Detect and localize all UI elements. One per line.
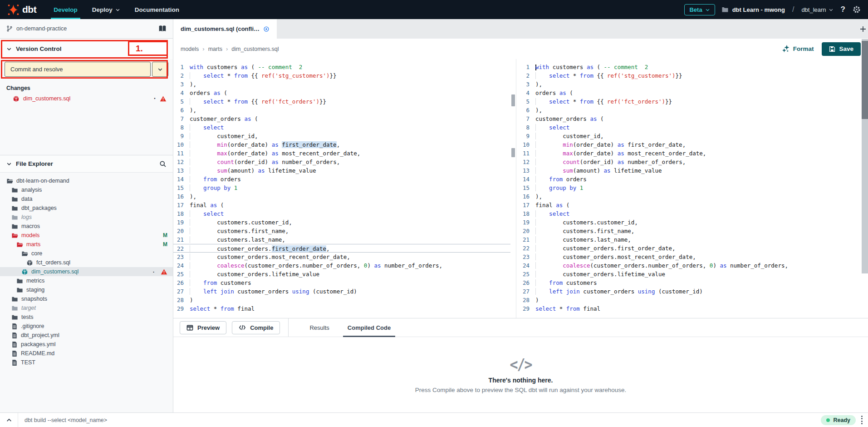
code-line-11[interactable]: 11 max(order_date) as most_recent_order_…	[519, 149, 856, 158]
tree-item-dbt_packages[interactable]: dbt_packages	[0, 204, 173, 213]
tree-item-marts[interactable]: martsM	[0, 240, 173, 249]
tree-item-dim_customers.sql[interactable]: dim_customers.sql·	[0, 267, 173, 276]
code-line-27[interactable]: 27 left join customer_orders using (cust…	[519, 287, 856, 296]
code-line-3[interactable]: 3),	[519, 80, 856, 89]
branch-row[interactable]: on-demand-practice	[0, 19, 173, 39]
breadcrumb-marts[interactable]: marts	[208, 46, 222, 52]
tree-item-dbt_project.yml[interactable]: dbt_project.yml	[0, 331, 173, 340]
environment-selector[interactable]: dbt_learn	[801, 6, 833, 13]
code-line-8[interactable]: 8 select	[519, 123, 856, 132]
code-line-25[interactable]: 25 customer_orders.lifetime_value	[519, 270, 856, 278]
code-line-1[interactable]: 1with customers as ( -- comment 2	[519, 63, 856, 71]
window-scrollbar[interactable]	[862, 39, 868, 273]
code-line-12[interactable]: 12 count(order_id) as number_of_orders,	[173, 158, 510, 166]
tree-item-fct_orders.sql[interactable]: fct_orders.sql	[0, 258, 173, 267]
tab-results[interactable]: Results	[302, 318, 336, 337]
gear-icon[interactable]	[853, 5, 861, 14]
code-line-5[interactable]: 5 select * from {{ ref('fct_orders')}}	[519, 97, 856, 106]
beta-button[interactable]: Beta	[684, 4, 715, 15]
tree-item-tests[interactable]: tests	[0, 313, 173, 322]
code-line-23[interactable]: 23 customer_orders.most_recent_order_dat…	[519, 253, 856, 261]
code-line-7[interactable]: 7customer_orders as (	[173, 114, 510, 123]
code-line-26[interactable]: 26 from customers	[173, 278, 510, 287]
code-line-14[interactable]: 14 from orders	[519, 175, 856, 184]
breadcrumb-models[interactable]: models	[181, 46, 199, 52]
code-line-4[interactable]: 4orders as (	[519, 89, 856, 97]
code-line-12[interactable]: 12 count(order_id) as number_of_orders,	[519, 158, 856, 166]
dbt-logo[interactable]: dbt	[0, 0, 46, 19]
code-line-3[interactable]: 3),	[173, 80, 510, 89]
code-line-24[interactable]: 24 coalesce(customer_orders.number_of_or…	[519, 261, 856, 270]
tree-item-dbt-learn-on-demand[interactable]: dbt-learn-on-demand	[0, 176, 173, 185]
code-line-26[interactable]: 26 from customers	[519, 278, 856, 287]
compile-button[interactable]: Compile	[232, 321, 280, 334]
tree-item-.gitignore[interactable]: .gitignore	[0, 322, 173, 331]
code-line-18[interactable]: 18 select	[173, 209, 510, 218]
code-line-25[interactable]: 25 customer_orders.lifetime_value	[173, 270, 510, 278]
command-input[interactable]: dbt build --select <model_name>	[18, 417, 821, 423]
code-line-6[interactable]: 6),	[519, 106, 856, 114]
code-line-11[interactable]: 11 max(order_date) as most_recent_order_…	[173, 149, 510, 158]
docs-book-icon[interactable]	[158, 25, 167, 33]
tree-item-snapshots[interactable]: snapshots	[0, 294, 173, 303]
code-line-21[interactable]: 21 customers.last_name,	[519, 235, 856, 244]
nav-develop[interactable]: Develop	[46, 0, 85, 19]
tree-item-models[interactable]: modelsM	[0, 231, 173, 240]
help-icon[interactable]: ?	[840, 5, 846, 14]
code-line-15[interactable]: 15 group by 1	[173, 184, 510, 192]
kebab-menu-icon[interactable]	[856, 416, 868, 425]
tree-item-metrics[interactable]: metrics	[0, 276, 173, 285]
code-line-28[interactable]: 28)	[173, 296, 510, 304]
code-line-14[interactable]: 14 from orders	[173, 175, 510, 184]
preview-button[interactable]: Preview	[180, 321, 226, 334]
code-line-1[interactable]: 1with customers as ( -- comment 2	[173, 63, 510, 71]
file-explorer-header[interactable]: File Explorer	[0, 155, 173, 173]
code-line-6[interactable]: 6),	[173, 106, 510, 114]
commit-and-resolve-button[interactable]: Commit and resolve	[5, 62, 151, 77]
code-line-29[interactable]: 29select * from final	[173, 304, 510, 313]
code-line-8[interactable]: 8 select	[173, 123, 510, 132]
tab-dim-customers[interactable]: dim_customers.sql (confli…	[173, 19, 277, 39]
tree-item-packages.yml[interactable]: packages.yml	[0, 340, 173, 349]
code-line-19[interactable]: 19 customers.customer_id,	[519, 218, 856, 227]
editor-pane-right[interactable]: 1with customers as ( -- comment 22 selec…	[519, 59, 856, 318]
code-line-10[interactable]: 10 min(order_date) as first_order_date,	[519, 140, 856, 149]
breadcrumb-file[interactable]: dim_customers.sql	[231, 46, 279, 52]
code-line-29[interactable]: 29select * from final	[519, 304, 856, 313]
left-pane-scrollbar[interactable]	[510, 59, 516, 318]
code-line-10[interactable]: 10 min(order_date) as first_order_date,	[173, 140, 510, 149]
code-line-17[interactable]: 17final as (	[173, 201, 510, 209]
nav-deploy[interactable]: Deploy	[85, 0, 128, 19]
tree-item-macros[interactable]: macros	[0, 222, 173, 231]
code-line-27[interactable]: 27 left join customer_orders using (cust…	[173, 287, 510, 296]
code-line-23[interactable]: 23 customer_orders.most_recent_order_dat…	[173, 253, 510, 261]
code-line-9[interactable]: 9 customer_id,	[173, 132, 510, 140]
search-icon[interactable]	[159, 160, 167, 168]
code-line-16[interactable]: 16),	[173, 192, 510, 201]
code-line-2[interactable]: 2 select * from {{ ref('stg_customers')}…	[173, 71, 510, 80]
format-button[interactable]: Format	[782, 45, 814, 53]
tab-compiled-code[interactable]: Compiled Code	[340, 318, 398, 337]
tree-item-staging[interactable]: staging	[0, 285, 173, 294]
tree-item-core[interactable]: core	[0, 249, 173, 258]
code-line-21[interactable]: 21 customers.last_name,	[173, 235, 510, 244]
commit-dropdown-button[interactable]	[152, 62, 168, 77]
code-line-13[interactable]: 13 sum(amount) as lifetime_value	[519, 166, 856, 175]
code-line-28[interactable]: 28)	[519, 296, 856, 304]
code-line-15[interactable]: 15 group by 1	[519, 184, 856, 192]
code-line-13[interactable]: 13 sum(amount) as lifetime_value	[173, 166, 510, 175]
changed-file-dim-customers[interactable]: dim_customers.sql ·	[0, 93, 173, 104]
new-tab-plus-icon[interactable]	[859, 19, 867, 39]
tree-item-TEST[interactable]: TEST	[0, 358, 173, 367]
code-line-4[interactable]: 4orders as (	[173, 89, 510, 97]
code-line-9[interactable]: 9 customer_id,	[519, 132, 856, 140]
code-line-22[interactable]: 22 customer_orders.first_order_date,	[519, 244, 856, 253]
code-line-2[interactable]: 2 select * from {{ ref('stg_customers')}…	[519, 71, 856, 80]
version-control-header[interactable]: Version Control	[0, 39, 173, 59]
code-line-16[interactable]: 16),	[519, 192, 856, 201]
code-line-20[interactable]: 20 customers.first_name,	[173, 227, 510, 235]
nav-documentation[interactable]: Documentation	[128, 0, 186, 19]
code-line-24[interactable]: 24 coalesce(customer_orders.number_of_or…	[173, 261, 510, 270]
tree-item-logs[interactable]: logs	[0, 213, 173, 222]
code-line-5[interactable]: 5 select * from {{ ref('fct_orders')}}	[173, 97, 510, 106]
